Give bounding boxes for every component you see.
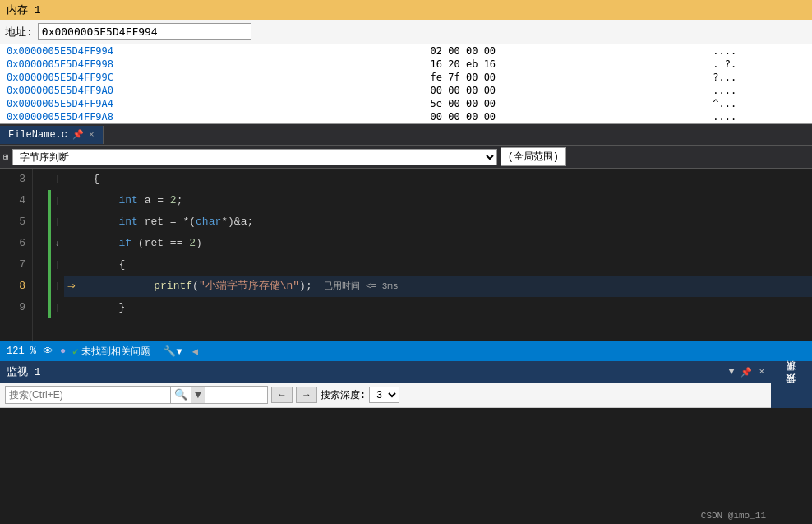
code-line-4: int a = 2; (64, 190, 812, 211)
code-line-6: if (ret == 2) (64, 233, 812, 254)
mem-ascii-4: ^... (706, 97, 812, 110)
code-line-9: } (64, 297, 812, 318)
memory-row: 0x0000005E5D4FF9A8 00 00 00 00 .... (0, 110, 812, 123)
watermark: CSDN @imo_11 (701, 511, 766, 521)
toolbar-settings-icons[interactable]: 🔧▼ (164, 345, 182, 358)
tab-label: FileName.c (8, 129, 67, 141)
code-line-8: ⇒ printf("小端字节序存储\n"); 已用时间 <= 3ms (64, 276, 812, 297)
dg-9: | (51, 297, 64, 318)
mem-hex-2: fe 7f 00 00 (424, 71, 707, 84)
tab-close-btn[interactable]: × (89, 130, 95, 140)
depth-select[interactable]: 12345 (369, 387, 399, 403)
nav-back-btn[interactable]: ← (271, 387, 293, 403)
code-line-3: { (64, 169, 812, 190)
scroll-indicator: ◀ (192, 345, 198, 358)
mem-addr-5: 0x0000005E5D4FF9A8 (0, 110, 424, 123)
mem-addr-3: 0x0000005E5D4FF9A0 (0, 84, 424, 97)
watch-close-icon[interactable]: × (759, 367, 764, 377)
toolbar-plus-icon: ⊞ (3, 151, 9, 162)
line-num-3: 3 (7, 169, 25, 190)
mem-ascii-0: .... (706, 44, 812, 58)
call-stack-label: 调用 (785, 372, 799, 385)
mem-hex-0: 02 00 00 00 (424, 44, 707, 58)
tab-bar: FileName.c 📌 × (0, 124, 812, 146)
dg-3: | (51, 169, 64, 190)
bp-9 (33, 297, 48, 318)
breakpoint-gutter (33, 169, 48, 341)
mem-ascii-5: .... (706, 110, 812, 123)
memory-address-bar: 地址: (0, 20, 812, 44)
mem-hex-3: 00 00 00 00 (424, 84, 707, 97)
mem-hex-1: 16 20 eb 16 (424, 58, 707, 71)
mem-addr-1: 0x0000005E5D4FF998 (0, 58, 424, 71)
watch-float-icon[interactable]: 📌 (740, 367, 752, 378)
dg-8: | (51, 276, 64, 297)
current-line-arrow: ⇒ (67, 276, 76, 297)
code-toolbar: ⊞ 字节序判断 (全局范围) (0, 146, 812, 169)
nav-fwd-btn[interactable]: → (296, 387, 317, 403)
status-bar: 121 % 👁 ● ✔ 未找到相关问题 🔧▼ ◀ (0, 341, 812, 361)
dg-5: | (51, 211, 64, 233)
line-num-6: 6 (7, 233, 25, 254)
watch-pin-icon[interactable]: ▼ (729, 367, 735, 377)
bp-7 (33, 254, 48, 276)
code-line-5: int ret = *(char*)&a; (64, 211, 812, 233)
address-label: 地址: (5, 25, 33, 39)
mem-ascii-1: . ?. (706, 58, 812, 71)
check-icon: ✔ (72, 345, 78, 358)
call-stack-sidebar: 调用 搜索 (771, 361, 812, 408)
line-num-8: 8 (7, 276, 25, 297)
search-dropdown-icon[interactable]: ▼ (191, 387, 205, 403)
bp-3 (33, 169, 48, 190)
zoom-level: 121 % (7, 345, 36, 357)
byte-order-select[interactable]: 字节序判断 (12, 149, 497, 165)
dg-6: ↓ (51, 233, 64, 254)
status-ok-text: 未找到相关问题 (81, 345, 150, 359)
code-line-7: { (64, 254, 812, 276)
bp-6 (33, 233, 48, 254)
memory-title: 内存 1 (0, 0, 812, 20)
dg-4: | (51, 190, 64, 211)
dg-7: | (51, 254, 64, 276)
search-sidebar-label: 搜索 (785, 385, 799, 398)
search-icon[interactable]: 🔍 (170, 387, 191, 403)
memory-row: 0x0000005E5D4FF9A4 5e 00 00 00 ^... (0, 97, 812, 110)
memory-row: 0x0000005E5D4FF9A0 00 00 00 00 .... (0, 84, 812, 97)
mem-hex-5: 00 00 00 00 (424, 110, 707, 123)
watch-area: 监视 1 ▼ 📌 × 🔍 ▼ ← → 搜索深度: 12345 (0, 361, 771, 408)
bp-5 (33, 211, 48, 233)
watch-title-bar: 监视 1 ▼ 📌 × (0, 361, 771, 383)
mem-ascii-3: .... (706, 84, 812, 97)
watch-title-icons: ▼ 📌 × (729, 367, 764, 378)
address-input[interactable] (38, 23, 251, 40)
mem-addr-2: 0x0000005E5D4FF99C (0, 71, 424, 84)
bottom-section: 监视 1 ▼ 📌 × 🔍 ▼ ← → 搜索深度: 12345 (0, 361, 812, 408)
line-num-4: 4 (7, 190, 25, 211)
mem-ascii-2: ?... (706, 71, 812, 84)
memory-row: 0x0000005E5D4FF994 02 00 00 00 .... (0, 44, 812, 58)
main-layout: 内存 1 地址: 0x0000005E5D4FF994 02 00 00 00 … (0, 0, 812, 524)
watch-title: 监视 1 (7, 364, 41, 379)
line-num-5: 5 (7, 211, 25, 233)
bp-8 (33, 276, 48, 297)
tab-filename[interactable]: FileName.c 📌 × (0, 126, 104, 144)
line-numbers: 3 4 5 6 7 8 9 (0, 169, 33, 341)
memory-table: 0x0000005E5D4FF994 02 00 00 00 .... 0x00… (0, 44, 812, 123)
watch-toolbar: 🔍 ▼ ← → 搜索深度: 12345 (0, 383, 771, 408)
mem-addr-0: 0x0000005E5D4FF994 (0, 44, 424, 58)
mem-hex-4: 5e 00 00 00 (424, 97, 707, 110)
eye-icon: 👁 (43, 345, 53, 358)
memory-row: 0x0000005E5D4FF99C fe 7f 00 00 ?... (0, 71, 812, 84)
watch-search-input[interactable] (6, 387, 170, 402)
scope-box: (全局范围) (501, 147, 566, 166)
status-divider: ● (60, 345, 66, 357)
memory-panel: 内存 1 地址: 0x0000005E5D4FF994 02 00 00 00 … (0, 0, 812, 124)
tab-pin[interactable]: 📌 (72, 129, 84, 140)
watch-search-box: 🔍 ▼ (5, 386, 268, 404)
line-num-9: 9 (7, 297, 25, 318)
depth-label: 搜索深度: (321, 388, 366, 402)
code-lines: { int a = 2; int ret = *(char*)&a; if (r… (64, 169, 812, 341)
status-ok: ✔ 未找到相关问题 (72, 345, 150, 359)
memory-row: 0x0000005E5D4FF998 16 20 eb 16 . ?. (0, 58, 812, 71)
bp-4 (33, 190, 48, 211)
